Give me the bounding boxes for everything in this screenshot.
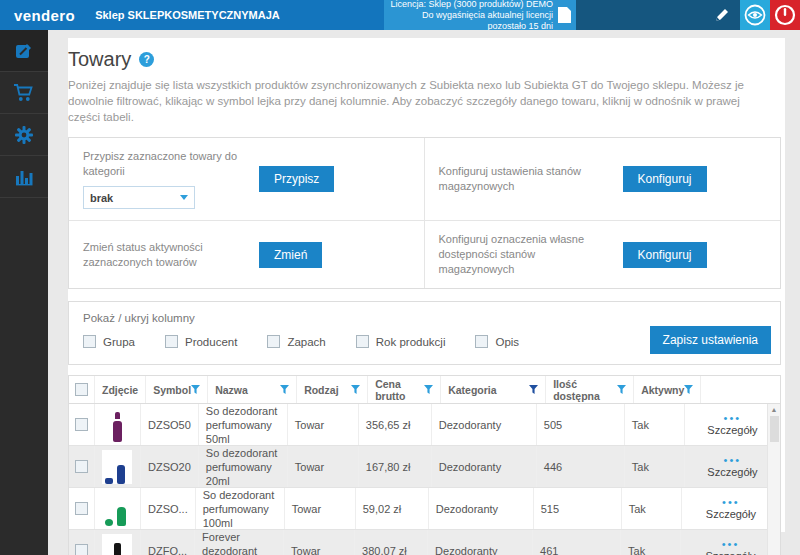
page-card: Towary ? Poniżej znajduje się lista wszy… bbox=[68, 38, 785, 532]
column-toggle-grupa[interactable]: Grupa bbox=[83, 335, 135, 348]
header-name: Nazwa bbox=[208, 376, 297, 403]
column-toggle-producent[interactable]: Producent bbox=[165, 335, 237, 348]
filter-funnel-icon[interactable] bbox=[280, 385, 289, 395]
gear-icon bbox=[14, 125, 34, 145]
column-toggle-zapach[interactable]: Zapach bbox=[267, 335, 325, 348]
checkbox-icon[interactable] bbox=[165, 335, 178, 348]
cell-price: 356,65 zł bbox=[359, 404, 432, 445]
bulk-actions-panel: Przypisz zaznaczone towary do kategorii … bbox=[68, 137, 781, 289]
cell-active: Tak bbox=[622, 488, 682, 529]
header-photo: Zdjęcie bbox=[95, 376, 146, 403]
bar-chart-icon bbox=[14, 167, 34, 187]
scroll-up-icon[interactable]: ▲ bbox=[771, 406, 778, 414]
checkbox-icon[interactable] bbox=[475, 335, 488, 348]
stock-settings-label: Konfiguruj ustawienia stanów magazynowyc… bbox=[439, 164, 609, 194]
logout-button[interactable] bbox=[770, 0, 800, 30]
preview-shop-button[interactable] bbox=[740, 0, 770, 30]
filter-funnel-icon[interactable] bbox=[617, 385, 626, 395]
product-photo bbox=[95, 446, 141, 487]
columns-panel-title: Pokaż / ukryj kolumny bbox=[83, 312, 766, 324]
table-scrollbar[interactable]: ▲ ▼ bbox=[767, 404, 780, 555]
sidebar-item-statistics[interactable] bbox=[0, 156, 48, 198]
cell-category: Dezodoranty bbox=[432, 446, 537, 487]
sidebar-item-products[interactable] bbox=[0, 30, 48, 72]
checkbox-icon[interactable] bbox=[356, 335, 369, 348]
table-row: DZSO... So dezodorant perfumowany 100ml … bbox=[69, 488, 780, 530]
filter-funnel-icon-active[interactable] bbox=[529, 385, 538, 395]
cell-quantity: 505 bbox=[537, 404, 625, 445]
checkbox-icon[interactable] bbox=[83, 335, 96, 348]
filter-funnel-icon[interactable] bbox=[424, 385, 433, 395]
topbar: vendero Sklep SKLEPKOSMETYCZNYMAJA Licen… bbox=[0, 0, 800, 30]
cell-quantity: 515 bbox=[534, 488, 622, 529]
column-toggle-opis[interactable]: Opis bbox=[475, 335, 519, 348]
availability-section: Konfiguruj oznaczenia własne dostępności… bbox=[425, 221, 781, 288]
select-all-checkbox[interactable] bbox=[69, 376, 95, 403]
topbar-tools bbox=[576, 0, 740, 30]
help-icon[interactable]: ? bbox=[139, 52, 154, 67]
stock-settings-section: Konfiguruj ustawienia stanów magazynowyc… bbox=[425, 138, 781, 221]
product-photo bbox=[95, 488, 141, 529]
configure-availability-button[interactable]: Konfiguruj bbox=[623, 242, 707, 268]
vendero-logo[interactable]: vendero bbox=[0, 0, 75, 30]
cell-type: Towar bbox=[288, 446, 359, 487]
change-status-button[interactable]: Zmień bbox=[259, 242, 322, 268]
change-status-section: Zmień status aktywności zaznaczonych tow… bbox=[69, 221, 425, 288]
cell-price: 380,07 zł bbox=[355, 530, 428, 555]
details-link[interactable]: ••• Szczegóły bbox=[685, 404, 780, 445]
cell-name: So dezodorant perfumowany 100ml bbox=[196, 488, 285, 529]
products-table: Zdjęcie Symbol Nazwa Rodzaj Cena brutto bbox=[68, 375, 781, 555]
filter-funnel-icon[interactable] bbox=[684, 385, 693, 395]
header-active: Aktywny bbox=[634, 376, 701, 403]
ellipsis-icon: ••• bbox=[724, 413, 742, 423]
checkbox-icon[interactable] bbox=[267, 335, 280, 348]
scrollbar-thumb[interactable] bbox=[770, 416, 779, 442]
details-link[interactable]: ••• Szczegóły bbox=[685, 446, 780, 487]
cell-active: Tak bbox=[625, 404, 685, 445]
cell-name: So dezodorant perfumowany 50ml bbox=[199, 404, 288, 445]
cart-icon bbox=[13, 83, 35, 103]
configure-stock-button[interactable]: Konfiguruj bbox=[623, 166, 707, 192]
sidebar-item-orders[interactable] bbox=[0, 72, 48, 114]
license-info: Licencja: Sklep (3000 produktów) DEMO Do… bbox=[384, 0, 576, 30]
content-area: Towary ? Poniżej znajduje się lista wszy… bbox=[48, 30, 800, 555]
table-body: DZSO50 So dezodorant perfumowany 50ml To… bbox=[69, 404, 780, 555]
filter-funnel-icon[interactable] bbox=[351, 385, 360, 395]
sidebar-item-settings[interactable] bbox=[0, 114, 48, 156]
license-line1: Licencja: Sklep (3000 produktów) DEMO bbox=[390, 0, 553, 10]
header-category: Kategoria bbox=[441, 376, 546, 403]
table-row: DZFO... Forever dezodorant 100ml Towar 3… bbox=[69, 530, 780, 555]
cell-active: Tak bbox=[625, 446, 685, 487]
filter-funnel-icon[interactable] bbox=[191, 385, 200, 395]
details-link[interactable]: ••• Szczegóły bbox=[681, 530, 780, 555]
details-link[interactable]: ••• Szczegóły bbox=[682, 488, 780, 529]
cell-active: Tak bbox=[621, 530, 681, 555]
assign-category-label: Przypisz zaznaczone towary do kategorii bbox=[83, 149, 245, 179]
row-checkbox[interactable] bbox=[69, 488, 95, 529]
shop-name-label: Sklep SKLEPKOSMETYCZNYMAJA bbox=[95, 0, 280, 30]
product-photo bbox=[95, 404, 141, 445]
row-checkbox[interactable] bbox=[69, 530, 95, 555]
column-toggle-rok-produkcji[interactable]: Rok produkcji bbox=[356, 335, 446, 348]
change-status-label: Zmień status aktywności zaznaczonych tow… bbox=[83, 240, 245, 270]
header-details bbox=[701, 376, 780, 403]
assign-button[interactable]: Przypisz bbox=[259, 166, 334, 192]
cell-symbol: DZSO50 bbox=[141, 404, 199, 445]
table-header-row: Zdjęcie Symbol Nazwa Rodzaj Cena brutto bbox=[69, 376, 780, 404]
header-symbol: Symbol bbox=[146, 376, 208, 403]
cell-type: Towar bbox=[284, 530, 355, 555]
category-select-value: brak bbox=[90, 192, 180, 204]
cell-price: 167,80 zł bbox=[359, 446, 432, 487]
topbar-spacer bbox=[280, 0, 384, 30]
ellipsis-icon: ••• bbox=[724, 455, 742, 465]
pencil-icon[interactable] bbox=[714, 7, 730, 23]
row-checkbox[interactable] bbox=[69, 404, 95, 445]
save-settings-button[interactable]: Zapisz ustawienia bbox=[650, 326, 771, 354]
category-select[interactable]: brak bbox=[83, 186, 195, 209]
cell-price: 59,02 zł bbox=[356, 488, 429, 529]
cell-quantity: 461 bbox=[533, 530, 621, 555]
cell-symbol: DZFO... bbox=[141, 530, 195, 555]
cell-type: Towar bbox=[285, 488, 356, 529]
row-checkbox[interactable] bbox=[69, 446, 95, 487]
columns-panel: Pokaż / ukryj kolumny Grupa Producent Za… bbox=[68, 301, 781, 365]
